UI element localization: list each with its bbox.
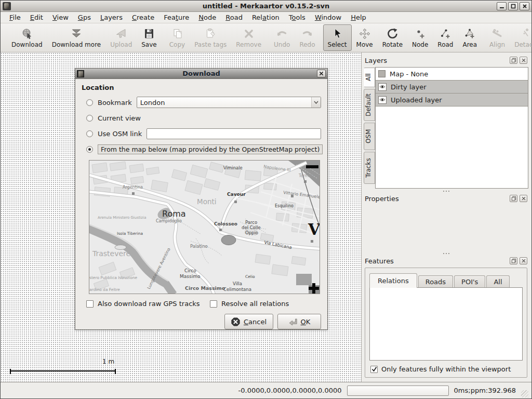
bookmark-selected-value: London <box>140 99 165 107</box>
download-icon <box>21 27 33 41</box>
paste-tags-icon <box>204 27 217 41</box>
layer-row-map-none[interactable]: Map - None <box>376 68 528 81</box>
toolbar-button-download[interactable]: Download <box>7 24 47 51</box>
layers-tab-bar: All Default OSM Tracks <box>364 67 375 189</box>
layer-row-uploaded[interactable]: Uploaded layer <box>376 94 528 107</box>
window-title: untitled - Merkaartor v0.15.2-svn <box>1 2 531 10</box>
float-icon <box>511 258 516 263</box>
menu-gps[interactable]: Gps <box>73 12 96 22</box>
toolbar-button-download-more[interactable]: Download more <box>47 24 106 51</box>
resolve-relations-checkbox[interactable] <box>210 300 217 308</box>
layers-tab-tracks[interactable]: Tracks <box>364 152 375 184</box>
maximize-icon <box>511 4 516 9</box>
toolbar-button-node[interactable]: Node <box>407 24 433 51</box>
eye-icon[interactable] <box>378 83 387 91</box>
layers-tab-all[interactable]: All <box>364 68 375 87</box>
svg-text:Villa: Villa <box>233 281 242 286</box>
menu-help[interactable]: Help <box>346 12 371 22</box>
toolbar-button-save[interactable]: Save <box>137 24 161 51</box>
menu-layers[interactable]: Layers <box>96 12 127 22</box>
features-list[interactable] <box>369 287 523 361</box>
toolbar-button-redo[interactable]: Redo <box>295 24 320 51</box>
combo-dropdown-button[interactable] <box>311 97 321 108</box>
chevron-down-icon <box>314 101 318 104</box>
float-icon <box>511 196 516 201</box>
properties-close-button[interactable] <box>520 195 527 202</box>
features-tab-relations[interactable]: Relations <box>369 273 417 288</box>
bookmark-radio[interactable] <box>86 99 93 106</box>
from-map-radio[interactable] <box>86 146 93 153</box>
layers-tab-osm[interactable]: OSM <box>364 123 375 150</box>
cancel-icon <box>231 317 240 326</box>
layers-float-button[interactable] <box>510 57 517 64</box>
gps-tracks-checkbox[interactable] <box>86 300 94 308</box>
features-tab-roads[interactable]: Roads <box>418 275 453 288</box>
svg-text:Isola Tiberina: Isola Tiberina <box>117 231 143 236</box>
layer-visibility-checkbox[interactable] <box>378 70 385 77</box>
dialog-title: Download <box>75 70 327 77</box>
close-button[interactable] <box>520 2 529 10</box>
toolbar-button-move[interactable]: Move <box>352 24 378 51</box>
maximize-button[interactable] <box>508 2 518 10</box>
map-colosseum <box>221 235 236 245</box>
dock-splitter[interactable] <box>364 251 528 256</box>
features-float-button[interactable] <box>510 257 517 264</box>
ok-button[interactable]: OK <box>277 314 321 329</box>
menu-file[interactable]: File <box>5 12 25 22</box>
viewport-checkbox[interactable] <box>370 366 378 373</box>
dock-splitter[interactable] <box>364 189 528 194</box>
bookmark-combobox[interactable]: London <box>137 97 321 108</box>
toolbar-button-upload[interactable]: Upload <box>105 24 137 51</box>
layers-close-button[interactable] <box>520 57 527 64</box>
resize-grip[interactable] <box>521 390 528 397</box>
minimize-button[interactable] <box>497 2 507 10</box>
dialog-map-preview[interactable]: Viminale Napoleone III Termini - La Arge… <box>89 160 320 294</box>
toolbar-button-select[interactable]: Select <box>323 24 352 51</box>
dialog-close-button[interactable] <box>317 70 326 77</box>
features-close-button[interactable] <box>520 257 527 264</box>
svg-text:del Colle: del Colle <box>242 225 261 230</box>
toolbar-button-undo[interactable]: Undo <box>269 24 295 51</box>
layer-label: Dirty layer <box>391 83 427 91</box>
layers-tab-default[interactable]: Default <box>364 89 375 121</box>
toolbar-button-detach[interactable]: Detach <box>510 24 532 51</box>
map-zoom-out-button[interactable] <box>306 165 318 168</box>
features-tab-all[interactable]: All <box>486 275 509 288</box>
toolbar-button-area[interactable]: Area <box>458 24 482 51</box>
menu-edit[interactable]: Edit <box>25 12 48 22</box>
toolbar-button-align[interactable]: Align <box>485 24 510 51</box>
toolbar-button-rotate[interactable]: Rotate <box>378 24 407 51</box>
svg-text:ardino da Feltre: ardino da Feltre <box>89 287 120 292</box>
toolbar-button-remove[interactable]: Remove <box>231 24 266 51</box>
svg-text:Colosseo: Colosseo <box>214 221 237 227</box>
svg-text:Circo: Circo <box>184 268 196 273</box>
node-icon <box>414 27 427 41</box>
svg-text:Trastevere: Trastevere <box>92 249 130 258</box>
menu-node[interactable]: Node <box>194 12 221 22</box>
dialog-titlebar: Download <box>75 69 327 79</box>
menu-window[interactable]: Window <box>310 12 346 22</box>
menu-relation[interactable]: Relation <box>247 12 284 22</box>
menu-create[interactable]: Create <box>127 12 159 22</box>
features-box: Relations Roads POI's All Only features … <box>365 268 527 378</box>
upload-icon <box>115 27 127 41</box>
features-tab-pois[interactable]: POI's <box>454 275 485 288</box>
menu-road[interactable]: Road <box>221 12 247 22</box>
svg-text:Viminale: Viminale <box>223 165 243 170</box>
gps-tracks-label: Also download raw GPS tracks <box>98 300 200 308</box>
toolbar-button-copy[interactable]: Copy <box>165 24 190 51</box>
toolbar-button-road[interactable]: Road <box>433 24 458 51</box>
cancel-button[interactable]: Cancel <box>224 314 273 329</box>
menu-tools[interactable]: Tools <box>284 12 310 22</box>
menu-view[interactable]: View <box>48 12 73 22</box>
current-view-radio[interactable] <box>86 115 93 122</box>
osm-link-radio[interactable] <box>86 130 93 137</box>
properties-float-button[interactable] <box>510 195 517 202</box>
toolbar-button-paste-tags[interactable]: Paste tags <box>190 24 231 51</box>
redo-icon <box>301 27 313 41</box>
osm-link-input[interactable] <box>147 128 321 139</box>
eye-icon[interactable] <box>378 96 387 104</box>
viewport-checkbox-label: Only features fully within the viewport <box>381 365 511 373</box>
layer-row-dirty[interactable]: Dirty layer <box>376 81 528 94</box>
menu-feature[interactable]: Feature <box>159 12 194 22</box>
